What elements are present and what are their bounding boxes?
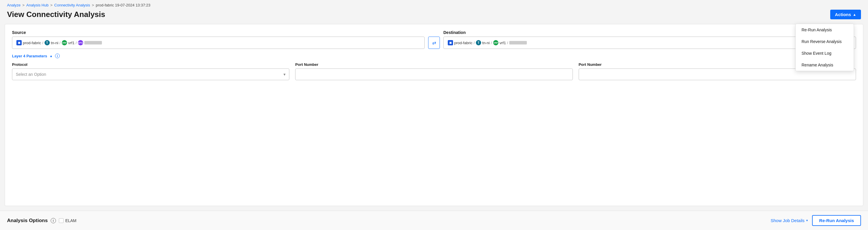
protocol-placeholder: Select an Option	[16, 72, 46, 77]
source-vrf-name: vrf1	[68, 41, 75, 45]
dest-vrf-icon: VRF	[493, 40, 498, 45]
source-tn-icon: T	[44, 40, 50, 45]
destination-field: Destination ▣ prod-fabric / T tn-ni / VR…	[443, 30, 856, 49]
actions-container: Actions ▲ Re-Run Analysis Run Reverse An…	[830, 10, 861, 19]
actions-chevron-icon: ▲	[853, 12, 856, 17]
elam-checkbox-wrap: ELAM	[59, 218, 76, 223]
bottom-right: Show Job Details ▾ Re-Run Analysis	[771, 215, 861, 226]
source-epg-value-blurred	[84, 41, 102, 44]
dest-tn-icon: T	[476, 40, 481, 45]
source-fabric-icon: ▣	[17, 40, 22, 45]
swap-button[interactable]: ⇄	[428, 37, 440, 49]
source-input[interactable]: ▣ prod-fabric / T tn-ni / VRF vrf1 / EPG	[12, 37, 425, 49]
elam-checkbox[interactable]	[59, 218, 64, 223]
actions-button[interactable]: Actions ▲	[830, 10, 861, 19]
dropdown-item-reverse[interactable]: Run Reverse Analysis	[796, 36, 854, 47]
breadcrumb-sep-3: >	[92, 3, 94, 7]
params-row: Protocol Select an Option ▾ Port Number …	[12, 62, 856, 80]
layer4-info-icon[interactable]: i	[55, 54, 60, 58]
rerun-analysis-button[interactable]: Re-Run Analysis	[812, 215, 861, 226]
breadcrumb-analyze[interactable]: Analyze	[7, 3, 21, 7]
layer4-row: Layer 4 Parameters ▲ i	[12, 54, 856, 58]
destination-input[interactable]: ▣ prod-fabric / T tn-ni / VRF vrf1 /	[443, 37, 856, 49]
source-tn-name: tn-ni	[51, 41, 58, 45]
destination-label: Destination	[443, 30, 856, 35]
dest-fabric-icon: ▣	[448, 40, 453, 45]
analysis-options-label: Analysis Options	[7, 218, 48, 224]
breadcrumb-sep-2: >	[50, 3, 53, 7]
main-card: Source ▣ prod-fabric / T tn-ni / VRF vrf…	[5, 24, 863, 206]
source-epg-icon: EPG	[78, 40, 83, 45]
source-port-input[interactable]	[295, 68, 572, 80]
protocol-label: Protocol	[12, 62, 289, 67]
show-job-chevron-icon: ▾	[806, 219, 808, 222]
actions-dropdown-menu: Re-Run Analysis Run Reverse Analysis Sho…	[795, 24, 854, 71]
destination-path: ▣ prod-fabric / T tn-ni / VRF vrf1 /	[448, 40, 527, 45]
protocol-chevron-icon: ▾	[283, 72, 285, 77]
source-fabric-name: prod-fabric	[23, 41, 41, 45]
protocol-field: Protocol Select an Option ▾	[12, 62, 289, 80]
breadcrumb-current: prod-fabric 19-07-2024 13:37:23	[96, 3, 150, 7]
source-label: Source	[12, 30, 425, 35]
page-title-row: View Connectivity Analysis Actions ▲ Re-…	[0, 8, 868, 24]
elam-label: ELAM	[65, 218, 76, 223]
source-path: ▣ prod-fabric / T tn-ni / VRF vrf1 / EPG	[17, 40, 102, 45]
protocol-select[interactable]: Select an Option ▾	[12, 68, 289, 80]
dest-vrf-name: vrf1	[500, 41, 506, 45]
source-port-field: Port Number	[295, 62, 572, 80]
source-field: Source ▣ prod-fabric / T tn-ni / VRF vrf…	[12, 30, 425, 49]
show-job-button[interactable]: Show Job Details ▾	[771, 218, 808, 223]
analysis-options-info-icon[interactable]: i	[51, 218, 56, 223]
breadcrumb-analysis-hub[interactable]: Analysis Hub	[26, 3, 49, 7]
dest-fabric-name: prod-fabric	[454, 41, 472, 45]
bottom-left: Analysis Options i ELAM	[7, 218, 76, 224]
page-title: View Connectivity Analysis	[7, 10, 105, 19]
layer4-label[interactable]: Layer 4 Parameters	[12, 54, 47, 58]
dest-epg-value-blurred	[509, 41, 527, 44]
source-destination-row: Source ▣ prod-fabric / T tn-ni / VRF vrf…	[12, 30, 856, 49]
source-port-label: Port Number	[295, 62, 572, 67]
show-job-label: Show Job Details	[771, 218, 804, 223]
actions-label: Actions	[835, 12, 851, 17]
dropdown-item-event-log[interactable]: Show Event Log	[796, 47, 854, 59]
swap-icon: ⇄	[432, 40, 436, 46]
bottom-bar: Analysis Options i ELAM Show Job Details…	[0, 211, 868, 230]
source-vrf-icon: VRF	[62, 40, 67, 45]
dropdown-item-rename[interactable]: Rename Analysis	[796, 59, 854, 71]
layer4-chevron-icon: ▲	[50, 54, 53, 58]
breadcrumb: Analyze > Analysis Hub > Connectivity An…	[0, 0, 868, 8]
dropdown-item-rerun[interactable]: Re-Run Analysis	[796, 24, 854, 36]
breadcrumb-sep-1: >	[22, 3, 25, 7]
dest-tn-name: tn-ni	[482, 41, 490, 45]
breadcrumb-connectivity[interactable]: Connectivity Analysis	[54, 3, 90, 7]
page-wrapper: Analyze > Analysis Hub > Connectivity An…	[0, 0, 868, 230]
